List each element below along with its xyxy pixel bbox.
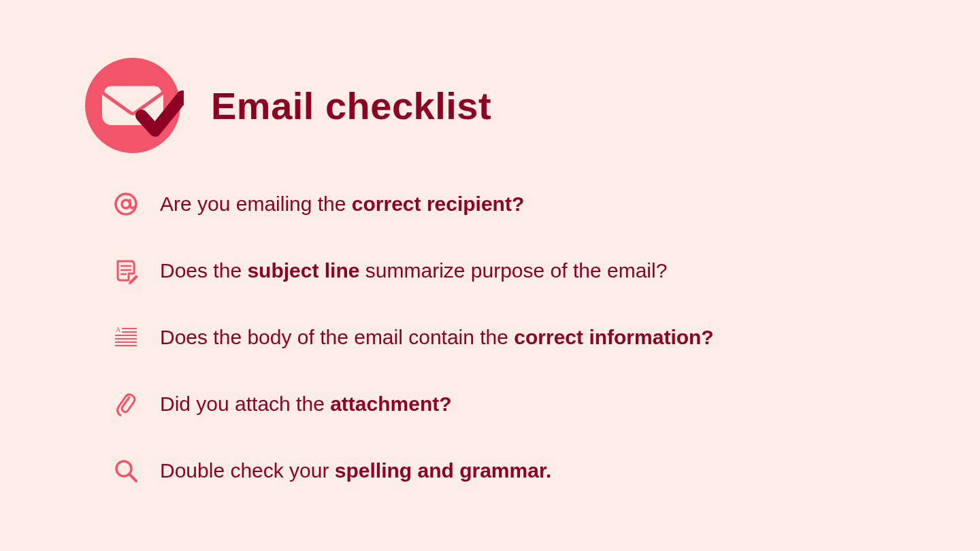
checklist-item: A Does the body of the email contain the…	[112, 324, 714, 351]
checklist-item-text: Does the subject line summarize purpose …	[160, 259, 667, 282]
svg-point-2	[116, 194, 136, 214]
checklist-item-text: Did you attach the attachment?	[160, 393, 452, 416]
page-title: Email checklist	[211, 84, 491, 128]
email-check-icon	[82, 54, 184, 156]
at-icon	[112, 190, 140, 218]
checklist-item-text: Are you emailing the correct recipient?	[160, 193, 524, 216]
checklist-item: Are you emailing the correct recipient?	[112, 190, 714, 218]
svg-point-3	[122, 200, 130, 208]
checklist-item: Does the subject line summarize purpose …	[112, 257, 714, 284]
svg-text:A: A	[116, 326, 121, 333]
text-lines-icon: A	[112, 324, 140, 351]
header: Email checklist	[82, 54, 491, 156]
checklist-item-text: Does the body of the email contain the c…	[160, 326, 714, 349]
checklist: Are you emailing the correct recipient? …	[112, 190, 714, 484]
svg-line-15	[129, 474, 136, 481]
checklist-item: Double check your spelling and grammar.	[112, 457, 714, 484]
note-edit-icon	[112, 257, 140, 284]
svg-rect-1	[102, 83, 163, 125]
magnifier-icon	[112, 457, 140, 484]
checklist-item: Did you attach the attachment?	[112, 390, 714, 418]
paperclip-icon	[112, 390, 140, 418]
checklist-item-text: Double check your spelling and grammar.	[160, 459, 551, 482]
